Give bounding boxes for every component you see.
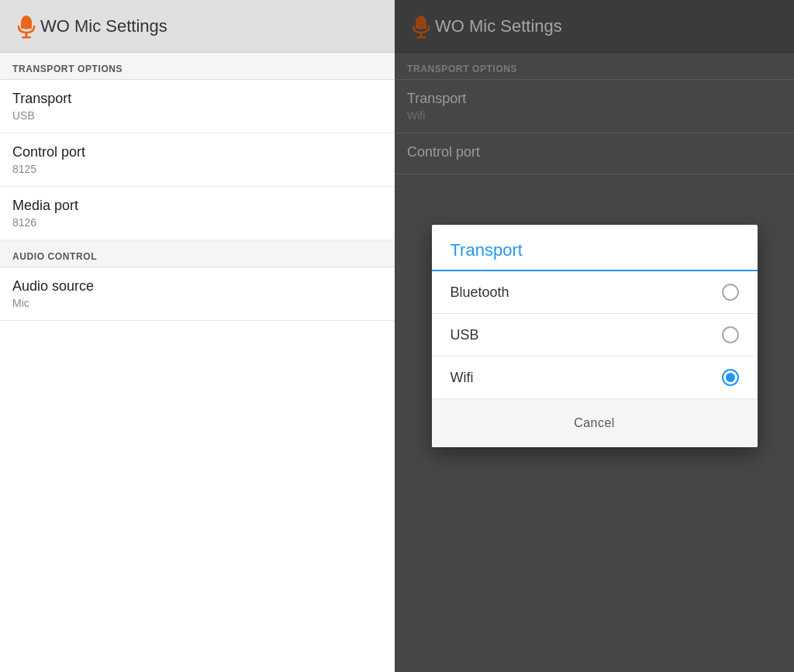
- dialog-option-usb-label: USB: [451, 327, 479, 343]
- left-header-title: WO Mic Settings: [40, 16, 167, 36]
- left-panel: WO Mic Settings TRANSPORT OPTIONS Transp…: [0, 0, 395, 672]
- left-item-media-port-value: 8126: [12, 216, 382, 229]
- dialog-option-usb[interactable]: USB: [432, 314, 758, 357]
- svg-rect-3: [22, 36, 31, 39]
- left-section-audio-control-header: AUDIO CONTROL: [0, 240, 395, 267]
- svg-rect-2: [26, 33, 28, 36]
- left-item-media-port[interactable]: Media port 8126: [0, 187, 395, 240]
- left-settings-content: TRANSPORT OPTIONS Transport USB Control …: [0, 53, 395, 672]
- left-item-transport-label: Transport: [12, 91, 382, 107]
- dialog-overlay[interactable]: Transport Bluetooth USB Wifi Cancel: [395, 0, 794, 672]
- radio-wifi[interactable]: [722, 369, 739, 386]
- left-item-control-port[interactable]: Control port 8125: [0, 133, 395, 187]
- left-item-audio-source[interactable]: Audio source Mic: [0, 267, 395, 321]
- dialog-option-bluetooth[interactable]: Bluetooth: [432, 271, 758, 314]
- svg-rect-1: [21, 22, 32, 29]
- left-item-control-port-label: Control port: [12, 144, 382, 160]
- left-item-transport[interactable]: Transport USB: [0, 80, 395, 133]
- right-panel: WO Mic Settings TRANSPORT OPTIONS Transp…: [395, 0, 794, 672]
- left-item-audio-source-label: Audio source: [12, 278, 382, 295]
- left-item-control-port-value: 8125: [12, 163, 382, 175]
- left-section-transport-options-header: TRANSPORT OPTIONS: [0, 53, 395, 79]
- transport-dialog: Transport Bluetooth USB Wifi Cancel: [432, 225, 758, 447]
- radio-usb[interactable]: [722, 326, 739, 343]
- left-item-media-port-label: Media port: [12, 198, 382, 214]
- dialog-actions: Cancel: [432, 399, 758, 447]
- radio-wifi-inner: [726, 373, 735, 382]
- radio-bluetooth[interactable]: [722, 284, 739, 301]
- dialog-cancel-button[interactable]: Cancel: [552, 408, 637, 438]
- dialog-option-wifi[interactable]: Wifi: [432, 357, 758, 399]
- left-item-transport-value: USB: [12, 109, 382, 122]
- mic-icon: [12, 12, 40, 40]
- left-header: WO Mic Settings: [0, 0, 395, 53]
- left-item-audio-source-value: Mic: [12, 297, 382, 309]
- dialog-option-wifi-label: Wifi: [451, 370, 474, 386]
- dialog-option-bluetooth-label: Bluetooth: [451, 284, 509, 301]
- dialog-title: Transport: [432, 225, 758, 271]
